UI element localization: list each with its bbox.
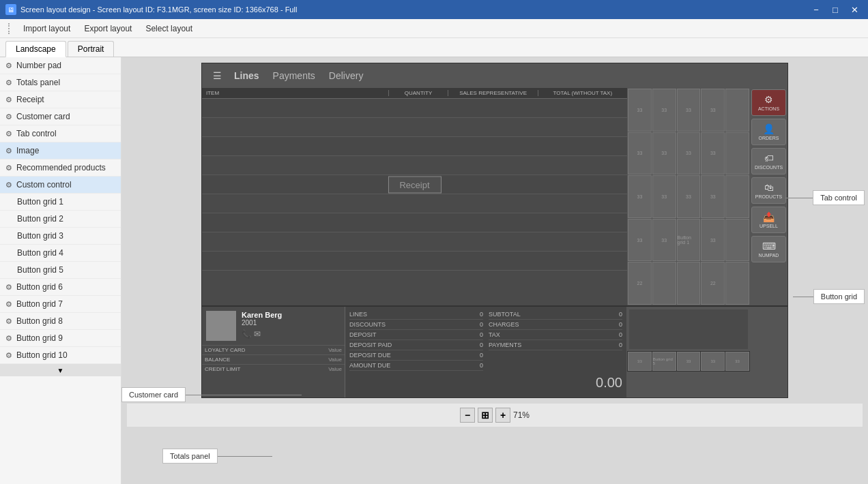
grid-cell-3-3[interactable]: 33: [677, 175, 701, 218]
sidebar-item-buttongrid3[interactable]: Button grid 3: [0, 228, 121, 245]
sidebar-label-buttongrid1: Button grid 1: [17, 197, 63, 207]
sidebar-item-totalspanel[interactable]: Totals panel: [0, 74, 121, 91]
tab-portrait[interactable]: Portrait: [68, 41, 115, 57]
grid-cell-3-2[interactable]: 33: [652, 175, 676, 218]
zoom-grid-button[interactable]: ⊞: [478, 408, 493, 423]
sidebar-item-buttongrid8[interactable]: Button grid 8: [0, 313, 121, 330]
sidebar-item-buttongrid2[interactable]: Button grid 2: [0, 211, 121, 228]
tab-landscape[interactable]: Landscape: [5, 41, 66, 57]
sidebar-item-buttongrid1[interactable]: Button grid 1: [0, 194, 121, 211]
grid-cell-3-5[interactable]: [725, 175, 749, 218]
grid-cell-5-3[interactable]: [677, 262, 701, 305]
grid-cell-2-1[interactable]: 33: [628, 132, 652, 175]
grid-cell-5-5[interactable]: [725, 262, 749, 305]
sidebar-item-buttongrid7[interactable]: Button grid 7: [0, 296, 121, 313]
callout-buttongrid-container: Button grid: [793, 289, 865, 304]
grid-cell-4-1[interactable]: 33: [628, 219, 652, 262]
action-btn-actions[interactable]: ⚙ ACTIONS: [751, 89, 786, 116]
sidebar-item-buttongrid4[interactable]: Button grid 4: [0, 245, 121, 262]
grid-cell-5-1[interactable]: 22: [628, 262, 652, 305]
actions-panel: ⚙ ACTIONS 👤 ORDERS 🏷 DISCOUNTS: [750, 88, 787, 305]
action-btn-orders[interactable]: 👤 ORDERS: [751, 119, 786, 145]
app-icon: 🖥: [5, 4, 16, 15]
bottom-grid-cell-3[interactable]: 33: [677, 352, 701, 371]
sidebar-item-receipt[interactable]: Receipt: [0, 91, 121, 108]
sidebar-item-tabcontrol[interactable]: Tab control: [0, 125, 121, 142]
hamburger-icon[interactable]: ☰: [207, 67, 227, 84]
grid-cell-4-5[interactable]: [725, 219, 749, 262]
sidebar-item-buttongrid9[interactable]: Button grid 9: [0, 330, 121, 347]
grid-cell-5-4[interactable]: 22: [701, 262, 725, 305]
receipt-rows: Receipt: [202, 99, 627, 271]
grid-cell-2-3[interactable]: 33: [677, 132, 701, 175]
field-label-creditlimit: CREDIT LIMIT: [205, 366, 240, 372]
totals-row-deposit: DEPOSIT 0: [349, 330, 483, 340]
sidebar-label-numberpad: Number pad: [16, 61, 61, 70]
grid-cell-1-4[interactable]: 33: [701, 89, 725, 132]
grid-cell-4-3[interactable]: Button grid 1: [677, 219, 701, 262]
button-grid-main[interactable]: 33 33 33 33 33 33 33 33 33: [627, 88, 750, 305]
bottom-grid-cell-4[interactable]: 33: [701, 352, 725, 371]
callout-tabcontrol-line: [785, 198, 813, 198]
sidebar-item-buttongrid5[interactable]: Button grid 5: [0, 262, 121, 279]
sidebar-item-buttongrid6[interactable]: Button grid 6: [0, 279, 121, 296]
grid-cell-1-3[interactable]: 33: [677, 89, 701, 132]
totals-row-lines: LINES 0: [349, 309, 483, 320]
sidebar-label-buttongrid2: Button grid 2: [17, 214, 63, 224]
zoom-plus-button[interactable]: +: [495, 408, 510, 423]
sidebar-item-customcontrol[interactable]: Custom control: [0, 177, 121, 194]
col-item: ITEM: [202, 90, 388, 96]
grid-cell-1-5[interactable]: [725, 89, 749, 132]
receipt-row-1: [202, 99, 627, 118]
bottom-grid-cell-1[interactable]: 33: [628, 352, 652, 371]
sidebar-item-customercard[interactable]: Customer card: [0, 108, 121, 125]
sidebar-item-image[interactable]: Image: [0, 142, 121, 160]
totals-label-lines: LINES: [349, 311, 367, 318]
field-value-creditlimit: Value: [328, 366, 342, 372]
zoom-minus-button[interactable]: −: [460, 408, 475, 423]
col-total: TOTAL (WITHOUT TAX): [538, 90, 627, 96]
import-layout-menu[interactable]: Import layout: [18, 22, 76, 35]
action-btn-numpad[interactable]: ⌨ NUMPAD: [751, 236, 786, 262]
export-layout-menu[interactable]: Export layout: [78, 22, 137, 35]
grid-cell-1-1[interactable]: 33: [628, 89, 652, 132]
grid-cell-3-4[interactable]: 33: [701, 175, 725, 218]
close-button[interactable]: ✕: [846, 3, 863, 16]
callout-totalspanel: Totals panel: [162, 449, 218, 464]
receipt-row-9: [202, 252, 627, 271]
field-label-balance: BALANCE: [205, 357, 230, 363]
orders-icon: 👤: [763, 123, 775, 134]
sidebar-scroll-down[interactable]: ▼: [0, 364, 121, 376]
products-icon: 🛍: [764, 182, 774, 193]
maximize-button[interactable]: □: [827, 3, 843, 16]
sidebar-item-recommendedproducts[interactable]: Recommended products: [0, 160, 121, 177]
action-btn-upsell[interactable]: 📤 UPSELL: [751, 207, 786, 233]
customer-info-row: Karen Berg 2001 📞 ✉: [202, 307, 345, 345]
actions-label: ACTIONS: [758, 106, 779, 111]
totals-row-subtotal: SUBTOTAL 0: [489, 309, 622, 320]
action-btn-products[interactable]: 🛍 PRODUCTS: [751, 177, 786, 204]
select-layout-menu[interactable]: Select layout: [140, 22, 198, 35]
totals-value-depositdue: 0: [480, 352, 483, 359]
grid-cell-2-2[interactable]: 33: [652, 132, 676, 175]
grid-cell-2-5[interactable]: [725, 132, 749, 175]
preview-nav-payments[interactable]: Payments: [273, 70, 315, 81]
sidebar-item-numberpad[interactable]: Number pad: [0, 57, 121, 74]
numpad-label: NUMPAD: [759, 253, 779, 258]
grid-cell-3-1[interactable]: 33: [628, 175, 652, 218]
action-btn-discounts[interactable]: 🏷 DISCOUNTS: [751, 148, 786, 175]
grid-cell-5-2[interactable]: [652, 262, 676, 305]
sidebar-item-buttongrid10[interactable]: Button grid 10: [0, 347, 121, 364]
preview-nav-delivery[interactable]: Delivery: [329, 70, 364, 81]
bottom-grid-cell-5[interactable]: 33: [725, 352, 749, 371]
grid-cell-4-2[interactable]: 33: [652, 219, 676, 262]
bottom-grid-cell-2[interactable]: Button grid 5: [652, 352, 676, 371]
preview-nav-lines[interactable]: Lines: [234, 70, 259, 81]
minimize-button[interactable]: −: [808, 3, 824, 16]
totals-row-charges: CHARGES 0: [489, 320, 622, 330]
grid-cell-2-4[interactable]: 33: [701, 132, 725, 175]
totals-value-subtotal: 0: [619, 311, 622, 318]
grid-cell-4-4[interactable]: 33: [701, 219, 725, 262]
grid-cell-1-2[interactable]: 33: [652, 89, 676, 132]
sidebar-label-customercard: Customer card: [16, 112, 70, 121]
